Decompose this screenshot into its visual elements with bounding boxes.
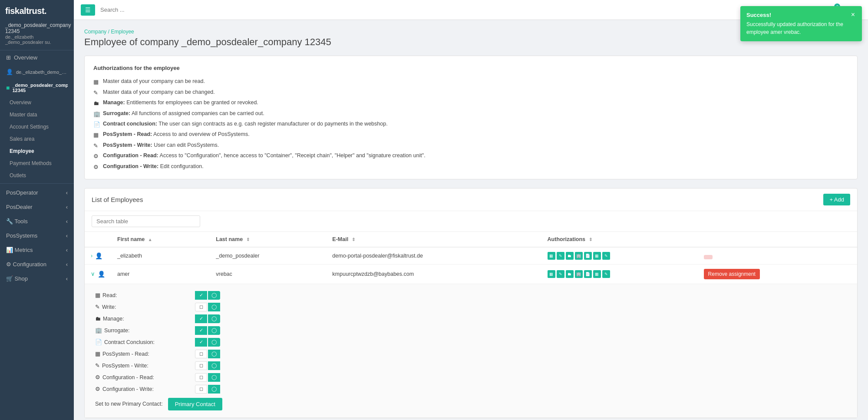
row1-user-icon: 👤: [95, 252, 102, 259]
row1-action-button[interactable]: [704, 255, 713, 259]
perm-read-toggle[interactable]: ✓ ◯: [195, 291, 230, 300]
sidebar-sub-outlets[interactable]: Outlets: [0, 169, 74, 182]
sidebar-sub-accountsettings[interactable]: Account Settings: [0, 121, 74, 133]
user-icon: 👤: [6, 69, 13, 75]
toast-close-button[interactable]: ×: [851, 11, 855, 18]
search-table-input[interactable]: [92, 215, 200, 227]
sidebar-sub-salesarea[interactable]: Sales area: [0, 133, 74, 145]
perm-write-label: ✎ Write:: [95, 304, 191, 310]
read-toggle-on[interactable]: ✓: [195, 291, 207, 300]
col-authorizations[interactable]: Authorizations ⇕: [541, 232, 698, 247]
sidebar-label-posoperator: PosOperator: [6, 189, 38, 196]
auth-item-4: 🏢Surrogate: All functions of assigned co…: [93, 109, 848, 119]
contract-toggle-off[interactable]: ◯: [208, 338, 220, 347]
perm-contract-toggle[interactable]: ✓ ◯: [195, 338, 230, 347]
sidebar-section-shop[interactable]: 🛒 Shop ‹: [0, 271, 74, 286]
tools-arrow-icon: ‹: [66, 218, 68, 225]
configuration-arrow-icon: ‹: [66, 261, 68, 268]
possystem-write-toggle-on[interactable]: ◻: [195, 361, 207, 370]
perm-surrogate-toggle[interactable]: ✓ ◯: [195, 326, 230, 335]
row2-auths: ▦ ✎ 🖿 🏢 📄 ▦ ✎: [541, 264, 698, 284]
surrogate-toggle-off[interactable]: ◯: [208, 326, 220, 335]
primary-contact-button[interactable]: Primary Contact: [168, 398, 222, 410]
row1-lastname: _demo_posdealer: [210, 247, 326, 265]
shop-arrow-icon: ‹: [66, 275, 68, 282]
config-read-toggle-on[interactable]: ◻: [195, 373, 207, 382]
table-row: ∨ 👤 amer vrebac kmpuurcptwzdzb@baybabes.…: [85, 264, 857, 284]
sidebar-section-posdealer[interactable]: PosDealer ‹: [0, 200, 74, 214]
perm-possystem-read-toggle[interactable]: ◻ ◯: [195, 350, 230, 358]
lastname-sort-icon: ⇕: [246, 237, 250, 242]
sidebar-section-possystems[interactable]: PosSystems ‹: [0, 228, 74, 243]
possystem-read-toggle-on[interactable]: ◻: [195, 350, 207, 358]
config-write-toggle-on[interactable]: ◻: [195, 385, 207, 394]
sidebar-company[interactable]: ■ _demo_posdealer_company 12345: [0, 79, 74, 96]
sidebar-section-tools[interactable]: 🔧 Tools ‹: [0, 214, 74, 228]
auth-item-7-icon: ✎: [93, 141, 100, 151]
sidebar-sub-overview[interactable]: Overview: [0, 96, 74, 109]
sidebar-label-configuration: ⚙ Configuration: [6, 261, 46, 268]
write-toggle-off[interactable]: ◯: [208, 303, 220, 311]
sidebar-company-label: _demo_posdealer_company 12345: [12, 83, 68, 93]
sidebar-item-overview[interactable]: ⊞ Overview: [0, 50, 74, 65]
toast-header: Success! ×: [746, 11, 855, 18]
sidebar-item-user[interactable]: 👤 de._elizabeth_demo_posdealer su.: [0, 65, 74, 79]
perm-write-toggle[interactable]: ◻ ◯: [195, 303, 230, 311]
search-input[interactable]: [100, 7, 274, 13]
manage-toggle-off[interactable]: ◯: [208, 314, 220, 323]
auth-item-6-icon: ▦: [93, 130, 100, 140]
surrogate-toggle-on[interactable]: ✓: [195, 326, 207, 335]
manage-toggle-on[interactable]: ✓: [195, 314, 207, 323]
col-lastname[interactable]: Last name ⇕: [210, 232, 326, 247]
auth-item-2: ✎Master data of your company can be chan…: [93, 87, 848, 98]
perm-config-write-toggle[interactable]: ◻ ◯: [195, 385, 230, 394]
row1-expand-icon[interactable]: ›: [91, 253, 92, 259]
email-sort-icon: ⇕: [352, 237, 355, 242]
manage-picon: 🖿: [95, 315, 101, 322]
sidebar-section-metrics[interactable]: 📊 Metrics ‹: [0, 243, 74, 257]
list-title: List of Employees: [92, 196, 143, 203]
user-role: de._elizabeth _demo_posdealer su.: [5, 34, 69, 45]
company-check-icon: ■: [6, 84, 10, 91]
config-read-toggle-off[interactable]: ◯: [208, 373, 220, 382]
auth-icon-4: 🏢: [575, 252, 583, 260]
sidebar-label-shop: 🛒 Shop: [6, 275, 28, 282]
auth-icon-5: 📄: [584, 252, 592, 260]
sidebar-section-configuration[interactable]: ⚙ Configuration ‹: [0, 257, 74, 271]
breadcrumb-company[interactable]: Company: [84, 29, 106, 35]
company-name: _demo_posdealer_company 12345: [5, 22, 69, 34]
read-picon: ▦: [95, 292, 100, 298]
row1-email: demo-portal-posdealer@fiskaltrust.de: [326, 247, 541, 265]
row1-firstname: _elizabeth: [111, 247, 210, 265]
auth-info-heading: Authorizations for the employee: [93, 63, 848, 73]
auth-icon-3: 🖿: [566, 252, 574, 260]
main-panel: ☰ ✉ 2 Sign in Company / Employee Employe…: [74, 0, 868, 420]
sidebar-sub-employee[interactable]: Employee: [0, 145, 74, 157]
read-toggle-off[interactable]: ◯: [208, 291, 220, 300]
sidebar-sub-masterdata[interactable]: Master data: [0, 109, 74, 121]
perm-possystem-write-toggle[interactable]: ◻ ◯: [195, 361, 230, 370]
perm-config-read-toggle[interactable]: ◻ ◯: [195, 373, 230, 382]
auth-item-8-icon: ⚙: [93, 151, 100, 161]
auth-icon-2: ✎: [557, 252, 564, 260]
add-employee-button[interactable]: + Add: [823, 194, 850, 205]
possystem-write-toggle-off[interactable]: ◯: [208, 361, 220, 370]
remove-assignment-button[interactable]: Remove assignment: [704, 269, 760, 279]
auth-item-1: ▦Master data of your company can be read…: [93, 76, 848, 87]
permissions-row: ▦ Read: ✓ ◯ ✎ Write: ◻ ◯: [85, 284, 857, 417]
possystem-read-toggle-off[interactable]: ◯: [208, 350, 220, 358]
sidebar-section-posoperator[interactable]: PosOperator ‹: [0, 185, 74, 200]
row2-auth-icons: ▦ ✎ 🖿 🏢 📄 ▦ ✎: [548, 270, 692, 278]
table-row: › 👤 _elizabeth _demo_posdealer demo-port…: [85, 247, 857, 265]
write-toggle-on[interactable]: ◻: [195, 303, 207, 311]
col-email[interactable]: E-Mail ⇕: [326, 232, 541, 247]
col-firstname[interactable]: First name ▲: [111, 232, 210, 247]
row2-expand-icon[interactable]: ∨: [91, 271, 95, 277]
row2-email: kmpuurcptwzdzb@baybabes.com: [326, 264, 541, 284]
menu-button[interactable]: ☰: [81, 4, 95, 16]
sidebar-sub-paymentmethods[interactable]: Payment Methods: [0, 157, 74, 169]
config-write-toggle-off[interactable]: ◯: [208, 385, 220, 394]
perm-manage-toggle[interactable]: ✓ ◯: [195, 314, 230, 323]
row2-user-icon: 👤: [98, 271, 105, 278]
contract-toggle-on[interactable]: ✓: [195, 338, 207, 347]
